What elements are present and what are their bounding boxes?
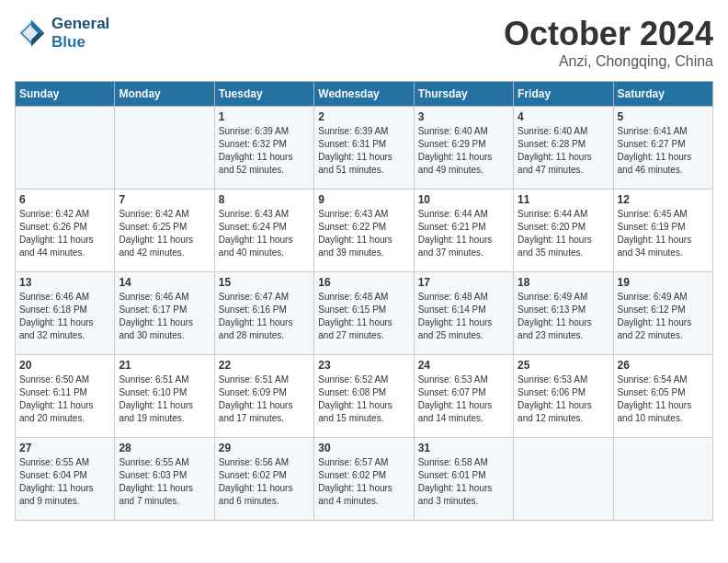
day-info: Sunrise: 6:40 AM Sunset: 6:28 PM Dayligh… xyxy=(518,125,609,177)
day-number: 24 xyxy=(418,359,509,372)
day-info: Sunrise: 6:58 AM Sunset: 6:01 PM Dayligh… xyxy=(418,456,509,508)
day-number: 17 xyxy=(418,276,509,289)
day-number: 8 xyxy=(219,193,310,206)
day-info: Sunrise: 6:55 AM Sunset: 6:04 PM Dayligh… xyxy=(19,456,110,508)
day-info: Sunrise: 6:50 AM Sunset: 6:11 PM Dayligh… xyxy=(19,373,110,425)
day-number: 11 xyxy=(518,193,609,206)
calendar-header-row: SundayMondayTuesdayWednesdayThursdayFrid… xyxy=(16,82,713,107)
day-number: 22 xyxy=(219,359,310,372)
day-number: 6 xyxy=(19,193,110,206)
day-number: 18 xyxy=(518,276,609,289)
page-header: General Blue October 2024 Anzi, Chongqin… xyxy=(15,15,713,70)
day-info: Sunrise: 6:44 AM Sunset: 6:20 PM Dayligh… xyxy=(518,208,609,259)
calendar-cell: 19Sunrise: 6:49 AM Sunset: 6:12 PM Dayli… xyxy=(613,272,712,355)
header-wednesday: Wednesday xyxy=(314,82,414,107)
day-info: Sunrise: 6:49 AM Sunset: 6:13 PM Dayligh… xyxy=(518,291,609,342)
day-info: Sunrise: 6:42 AM Sunset: 6:25 PM Dayligh… xyxy=(119,208,210,259)
day-number: 27 xyxy=(19,442,110,454)
month-title: October 2024 xyxy=(504,15,713,53)
day-number: 20 xyxy=(19,359,110,372)
calendar-cell: 9Sunrise: 6:43 AM Sunset: 6:22 PM Daylig… xyxy=(314,190,414,272)
calendar-cell: 18Sunrise: 6:49 AM Sunset: 6:13 PM Dayli… xyxy=(514,272,613,355)
day-info: Sunrise: 6:44 AM Sunset: 6:21 PM Dayligh… xyxy=(418,208,509,259)
calendar-cell: 30Sunrise: 6:57 AM Sunset: 6:02 PM Dayli… xyxy=(314,438,414,521)
day-number: 21 xyxy=(119,359,210,372)
day-number: 10 xyxy=(418,193,509,206)
day-info: Sunrise: 6:51 AM Sunset: 6:10 PM Dayligh… xyxy=(119,373,210,425)
day-info: Sunrise: 6:53 AM Sunset: 6:07 PM Dayligh… xyxy=(418,373,509,425)
logo-name-top: General xyxy=(51,15,109,33)
day-number: 30 xyxy=(318,442,409,454)
day-number: 29 xyxy=(219,442,310,454)
header-thursday: Thursday xyxy=(414,82,513,107)
calendar-cell: 8Sunrise: 6:43 AM Sunset: 6:24 PM Daylig… xyxy=(214,190,313,272)
calendar-cell: 12Sunrise: 6:45 AM Sunset: 6:19 PM Dayli… xyxy=(613,190,712,272)
calendar-cell: 31Sunrise: 6:58 AM Sunset: 6:01 PM Dayli… xyxy=(414,438,513,521)
location-subtitle: Anzi, Chongqing, China xyxy=(504,53,713,70)
calendar-week-2: 6Sunrise: 6:42 AM Sunset: 6:26 PM Daylig… xyxy=(16,190,713,272)
day-number: 15 xyxy=(219,276,310,289)
calendar-cell xyxy=(115,107,214,190)
calendar-cell: 11Sunrise: 6:44 AM Sunset: 6:20 PM Dayli… xyxy=(514,190,613,272)
day-info: Sunrise: 6:43 AM Sunset: 6:24 PM Dayligh… xyxy=(219,208,310,259)
day-number: 16 xyxy=(318,276,409,289)
day-number: 4 xyxy=(518,110,609,123)
day-number: 9 xyxy=(318,193,409,206)
calendar-cell: 1Sunrise: 6:39 AM Sunset: 6:32 PM Daylig… xyxy=(214,107,313,190)
calendar-table: SundayMondayTuesdayWednesdayThursdayFrid… xyxy=(15,81,713,521)
day-info: Sunrise: 6:51 AM Sunset: 6:09 PM Dayligh… xyxy=(219,373,310,425)
calendar-cell xyxy=(613,438,712,521)
day-number: 28 xyxy=(119,442,210,454)
day-number: 1 xyxy=(219,110,310,123)
day-info: Sunrise: 6:55 AM Sunset: 6:03 PM Dayligh… xyxy=(119,456,210,508)
calendar-cell: 23Sunrise: 6:52 AM Sunset: 6:08 PM Dayli… xyxy=(314,355,414,438)
day-number: 7 xyxy=(119,193,210,206)
calendar-cell: 14Sunrise: 6:46 AM Sunset: 6:17 PM Dayli… xyxy=(115,272,214,355)
day-info: Sunrise: 6:47 AM Sunset: 6:16 PM Dayligh… xyxy=(219,291,310,342)
day-number: 26 xyxy=(618,359,709,372)
calendar-cell xyxy=(514,438,613,521)
day-info: Sunrise: 6:45 AM Sunset: 6:19 PM Dayligh… xyxy=(618,208,709,259)
day-number: 31 xyxy=(418,442,509,454)
day-info: Sunrise: 6:53 AM Sunset: 6:06 PM Dayligh… xyxy=(518,373,609,425)
header-monday: Monday xyxy=(115,82,214,107)
day-info: Sunrise: 6:49 AM Sunset: 6:12 PM Dayligh… xyxy=(618,291,709,342)
header-saturday: Saturday xyxy=(613,82,712,107)
calendar-cell: 21Sunrise: 6:51 AM Sunset: 6:10 PM Dayli… xyxy=(115,355,214,438)
calendar-cell: 15Sunrise: 6:47 AM Sunset: 6:16 PM Dayli… xyxy=(214,272,313,355)
day-number: 13 xyxy=(19,276,110,289)
day-info: Sunrise: 6:52 AM Sunset: 6:08 PM Dayligh… xyxy=(318,373,409,425)
calendar-cell: 16Sunrise: 6:48 AM Sunset: 6:15 PM Dayli… xyxy=(314,272,414,355)
calendar-week-1: 1Sunrise: 6:39 AM Sunset: 6:32 PM Daylig… xyxy=(16,107,713,190)
header-tuesday: Tuesday xyxy=(214,82,313,107)
calendar-cell: 7Sunrise: 6:42 AM Sunset: 6:25 PM Daylig… xyxy=(115,190,214,272)
day-info: Sunrise: 6:39 AM Sunset: 6:31 PM Dayligh… xyxy=(318,125,409,177)
header-sunday: Sunday xyxy=(16,82,115,107)
day-info: Sunrise: 6:42 AM Sunset: 6:26 PM Dayligh… xyxy=(19,208,110,259)
logo-name-bottom: Blue xyxy=(51,33,109,52)
calendar-cell: 28Sunrise: 6:55 AM Sunset: 6:03 PM Dayli… xyxy=(115,438,214,521)
day-info: Sunrise: 6:39 AM Sunset: 6:32 PM Dayligh… xyxy=(219,125,310,177)
calendar-cell: 26Sunrise: 6:54 AM Sunset: 6:05 PM Dayli… xyxy=(613,355,712,438)
day-info: Sunrise: 6:40 AM Sunset: 6:29 PM Dayligh… xyxy=(418,125,509,177)
day-info: Sunrise: 6:48 AM Sunset: 6:14 PM Dayligh… xyxy=(418,291,509,342)
day-number: 25 xyxy=(518,359,609,372)
day-info: Sunrise: 6:41 AM Sunset: 6:27 PM Dayligh… xyxy=(618,125,709,177)
calendar-cell: 27Sunrise: 6:55 AM Sunset: 6:04 PM Dayli… xyxy=(16,438,115,521)
day-info: Sunrise: 6:54 AM Sunset: 6:05 PM Dayligh… xyxy=(618,373,709,425)
calendar-cell: 24Sunrise: 6:53 AM Sunset: 6:07 PM Dayli… xyxy=(414,355,513,438)
calendar-week-4: 20Sunrise: 6:50 AM Sunset: 6:11 PM Dayli… xyxy=(16,355,713,438)
day-info: Sunrise: 6:57 AM Sunset: 6:02 PM Dayligh… xyxy=(318,456,409,508)
day-number: 12 xyxy=(618,193,709,206)
day-info: Sunrise: 6:46 AM Sunset: 6:17 PM Dayligh… xyxy=(119,291,210,342)
header-friday: Friday xyxy=(514,82,613,107)
day-number: 5 xyxy=(618,110,709,123)
calendar-cell: 2Sunrise: 6:39 AM Sunset: 6:31 PM Daylig… xyxy=(314,107,414,190)
day-info: Sunrise: 6:46 AM Sunset: 6:18 PM Dayligh… xyxy=(19,291,110,342)
calendar-week-5: 27Sunrise: 6:55 AM Sunset: 6:04 PM Dayli… xyxy=(16,438,713,521)
day-info: Sunrise: 6:56 AM Sunset: 6:02 PM Dayligh… xyxy=(219,456,310,508)
calendar-cell: 3Sunrise: 6:40 AM Sunset: 6:29 PM Daylig… xyxy=(414,107,513,190)
calendar-cell: 20Sunrise: 6:50 AM Sunset: 6:11 PM Dayli… xyxy=(16,355,115,438)
calendar-cell: 5Sunrise: 6:41 AM Sunset: 6:27 PM Daylig… xyxy=(613,107,712,190)
logo-icon xyxy=(15,17,48,50)
